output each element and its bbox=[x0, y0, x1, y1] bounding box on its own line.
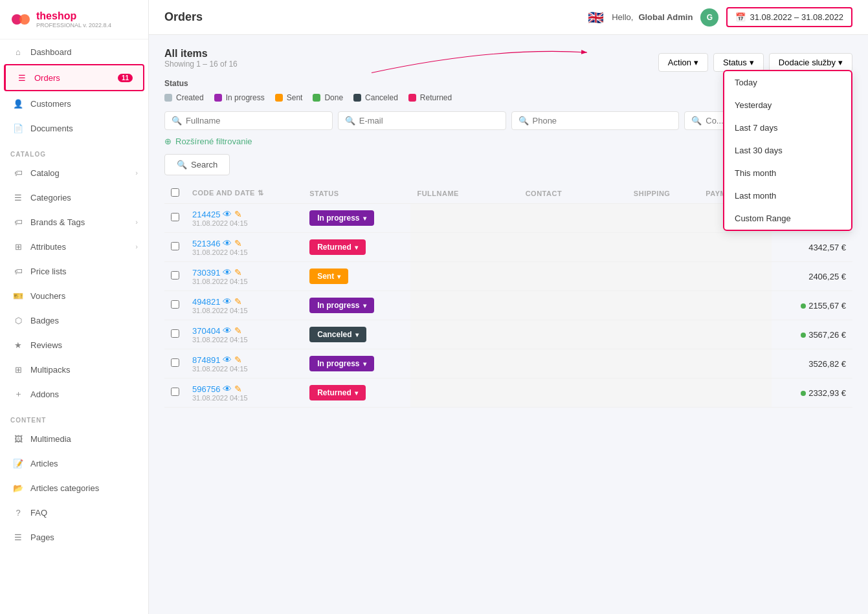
edit-icon[interactable]: ✎ bbox=[234, 238, 242, 248]
edit-icon[interactable]: ✎ bbox=[234, 325, 242, 336]
canceled-dot bbox=[353, 94, 361, 102]
edit-icon[interactable]: ✎ bbox=[234, 267, 242, 278]
edit-icon[interactable]: ✎ bbox=[234, 296, 242, 307]
view-icon[interactable]: 👁 bbox=[223, 267, 232, 278]
status-filter-sent[interactable]: Sent bbox=[275, 93, 303, 102]
row-shipping bbox=[627, 233, 699, 262]
dropdown-custom-range[interactable]: Custom Range bbox=[724, 207, 851, 230]
status-pill[interactable]: In progress ▾ bbox=[309, 298, 373, 313]
sidebar-item-addons[interactable]: ＋ Addons bbox=[0, 382, 148, 406]
vouchers-icon: 🎫 bbox=[12, 290, 24, 302]
calendar-icon: 📅 bbox=[735, 12, 746, 22]
sent-dot bbox=[275, 94, 283, 102]
order-code-link[interactable]: 596756 bbox=[192, 384, 220, 394]
row-checkbox bbox=[164, 262, 186, 291]
row-select-checkbox[interactable] bbox=[171, 358, 179, 367]
row-select-checkbox[interactable] bbox=[171, 213, 179, 221]
status-filter-canceled[interactable]: Canceled bbox=[353, 93, 398, 102]
sidebar-item-reviews[interactable]: ★ Reviews bbox=[0, 333, 148, 357]
view-icon[interactable]: 👁 bbox=[223, 325, 232, 336]
status-pill[interactable]: Returned ▾ bbox=[309, 385, 366, 400]
edit-icon[interactable]: ✎ bbox=[234, 209, 242, 219]
row-fullname bbox=[410, 349, 518, 378]
dropdown-last-month[interactable]: Last month bbox=[724, 184, 851, 207]
sidebar-item-customers[interactable]: 👤 Customers bbox=[0, 91, 148, 116]
status-pill[interactable]: Canceled ▾ bbox=[309, 327, 366, 342]
sidebar-item-catalog[interactable]: 🏷 Catalog › bbox=[0, 160, 148, 185]
row-code-date: 730391 👁 ✎ 31.08.2022 04:15 bbox=[186, 262, 303, 291]
view-icon[interactable]: 👁 bbox=[223, 355, 232, 365]
view-icon[interactable]: 👁 bbox=[223, 209, 232, 219]
status-pill[interactable]: Returned ▾ bbox=[309, 239, 366, 255]
code-search-icon: 🔍 bbox=[691, 116, 702, 126]
row-select-checkbox[interactable] bbox=[171, 388, 179, 396]
order-code-link[interactable]: 214425 bbox=[192, 210, 220, 219]
row-price: 4342,57 € bbox=[772, 233, 852, 262]
status-pill[interactable]: In progress ▾ bbox=[309, 210, 373, 226]
row-select-checkbox[interactable] bbox=[171, 329, 179, 338]
sidebar-item-categories[interactable]: ☰ Categories bbox=[0, 185, 148, 210]
dropdown-this-month[interactable]: This month bbox=[724, 162, 851, 184]
price-lists-icon: 🏷 bbox=[12, 265, 24, 277]
sidebar-item-faq-label: FAQ bbox=[30, 508, 47, 518]
email-filter: 🔍 bbox=[338, 111, 506, 130]
status-filter-returned[interactable]: Returned bbox=[408, 93, 452, 102]
sidebar: theshop PROFESSIONAL v. 2022.8.4 ⌂ Dashb… bbox=[0, 0, 149, 614]
dropdown-today[interactable]: Today bbox=[724, 71, 851, 94]
sidebar-item-price-lists[interactable]: 🏷 Price lists bbox=[0, 259, 148, 283]
order-code-link[interactable]: 494821 bbox=[192, 297, 220, 307]
sidebar-item-attributes[interactable]: ⊞ Attributes › bbox=[0, 234, 148, 259]
sidebar-item-documents[interactable]: 📄 Documents bbox=[0, 116, 148, 140]
search-button[interactable]: 🔍 Search bbox=[164, 154, 230, 175]
edit-icon[interactable]: ✎ bbox=[234, 384, 242, 394]
view-icon[interactable]: 👁 bbox=[223, 238, 232, 248]
dropdown-last7[interactable]: Last 7 days bbox=[724, 116, 851, 139]
email-input[interactable] bbox=[359, 116, 499, 126]
sidebar-item-brands-tags[interactable]: 🏷 Brands & Tags › bbox=[0, 210, 148, 234]
row-select-checkbox[interactable] bbox=[171, 271, 179, 280]
header-right: 🇬🇧 Hello, Global Admin G 📅 31.08.2022 – … bbox=[588, 7, 852, 27]
dropdown-yesterday[interactable]: Yesterday bbox=[724, 94, 851, 116]
order-code-link[interactable]: 730391 bbox=[192, 268, 220, 278]
edit-icon[interactable]: ✎ bbox=[234, 355, 242, 365]
header-status: STATUS bbox=[303, 183, 410, 204]
row-contact bbox=[519, 320, 627, 349]
date-range-button[interactable]: 📅 31.08.2022 – 31.08.2022 bbox=[726, 7, 852, 27]
dropdown-last30[interactable]: Last 30 days bbox=[724, 139, 851, 162]
row-payment bbox=[699, 320, 771, 349]
sidebar-item-multimedia[interactable]: 🖼 Multimedia bbox=[0, 426, 148, 451]
status-filter-in-progress[interactable]: In progress bbox=[214, 93, 265, 102]
sidebar-item-articles-categories[interactable]: 📂 Articles categories bbox=[0, 476, 148, 500]
row-shipping bbox=[627, 291, 699, 320]
order-code-link[interactable]: 521346 bbox=[192, 239, 220, 248]
order-code-link[interactable]: 874891 bbox=[192, 355, 220, 365]
view-icon[interactable]: 👁 bbox=[223, 296, 232, 307]
status-pill[interactable]: Sent ▾ bbox=[309, 269, 348, 284]
status-filter-created[interactable]: Created bbox=[164, 93, 204, 102]
status-filter-done[interactable]: Done bbox=[313, 93, 343, 102]
fullname-input[interactable] bbox=[186, 116, 326, 126]
status-button[interactable]: Status ▾ bbox=[713, 53, 764, 72]
row-payment bbox=[699, 378, 771, 408]
row-select-checkbox[interactable] bbox=[171, 242, 179, 250]
sidebar-item-badges[interactable]: ⬡ Badges bbox=[0, 308, 148, 333]
sidebar-item-pages[interactable]: ☰ Pages bbox=[0, 525, 148, 549]
sidebar-item-vouchers[interactable]: 🎫 Vouchers bbox=[0, 283, 148, 308]
sidebar-item-catalog-label: Catalog bbox=[30, 168, 60, 178]
select-all-checkbox[interactable] bbox=[171, 188, 179, 197]
sidebar-item-orders[interactable]: ☰ Orders 11 bbox=[4, 64, 144, 91]
status-pill[interactable]: In progress ▾ bbox=[309, 356, 373, 371]
phone-input[interactable] bbox=[533, 116, 673, 126]
order-code-link[interactable]: 370404 bbox=[192, 326, 220, 336]
action-button[interactable]: Action ▾ bbox=[658, 53, 708, 72]
row-select-checkbox[interactable] bbox=[171, 300, 179, 309]
sidebar-item-multipacks[interactable]: ⊞ Multipacks bbox=[0, 357, 148, 382]
row-contact bbox=[519, 233, 627, 262]
sidebar-item-articles[interactable]: 📝 Articles bbox=[0, 451, 148, 476]
dodacie-button[interactable]: Dodacie služby ▾ bbox=[769, 53, 852, 72]
row-fullname bbox=[410, 378, 518, 408]
view-icon[interactable]: 👁 bbox=[223, 384, 232, 394]
order-date: 31.08.2022 04:15 bbox=[192, 248, 296, 256]
sidebar-item-dashboard[interactable]: ⌂ Dashboard bbox=[0, 39, 148, 64]
sidebar-item-faq[interactable]: ? FAQ bbox=[0, 500, 148, 525]
